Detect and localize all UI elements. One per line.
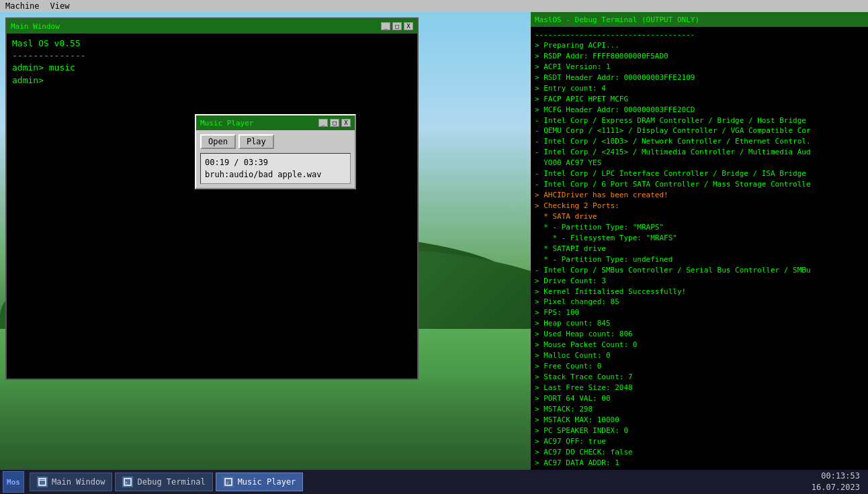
- debug-line-10: - Intel Corp / <2415> / Multimedia Contr…: [535, 147, 864, 158]
- music-player-window: Music Player _ □ X Open Play 00:19 / 03:…: [195, 114, 356, 189]
- debug-terminal-content: ------------------------------------ > P…: [531, 27, 868, 470]
- debug-line-13: - Intel Corp / 6 Port SATA Controller / …: [535, 179, 864, 190]
- debug-line-5: > FACP APIC HPET MCFG: [535, 94, 864, 105]
- debug-line-37: > AC97 OFF: true: [535, 436, 864, 447]
- taskbar-debug-label: Debug Terminal: [137, 477, 205, 487]
- main-minimize-button[interactable]: _: [381, 22, 390, 30]
- clock-date: 16.07.2023: [812, 482, 860, 493]
- main-window-title: Main Window: [11, 22, 60, 31]
- debug-line-32: > Last Free Size: 2048: [535, 383, 864, 393]
- svg-rect-0: [39, 479, 46, 485]
- terminal-prompt: admin>: [12, 75, 412, 87]
- music-minimize-button[interactable]: _: [318, 119, 328, 127]
- debug-line-11: YO00 AC97 YES: [535, 158, 864, 168]
- debug-line-38: > AC97 DO CHECK: false: [535, 447, 864, 458]
- menu-machine[interactable]: Machine: [5, 1, 40, 11]
- svg-text:>_: >_: [125, 480, 130, 485]
- play-button[interactable]: Play: [238, 134, 274, 149]
- debug-line-33: > PORT 64 VAL: 00: [535, 393, 864, 404]
- debug-terminal: MaslOS - Debug Terminal (OUTPUT ONLY) --…: [531, 12, 868, 470]
- music-player-title: Music Player: [200, 119, 253, 128]
- window-icon: [37, 477, 48, 487]
- music-maximize-button[interactable]: □: [330, 119, 339, 127]
- terminal-cmd-music: admin> music: [12, 62, 412, 74]
- clock-time: 00:13:53: [812, 471, 860, 482]
- debug-line-31: > Stack Trace Count: 7: [535, 372, 864, 383]
- main-window: Main Window _ □ X Masl OS v0.55 --------…: [5, 17, 419, 380]
- debug-line-14: > AHCIDriver has been created!: [535, 190, 864, 201]
- debug-line-12: - Intel Corp / LPC Interface Controller …: [535, 168, 864, 179]
- debug-line-39: > AC97 DATA ADDR: 1: [535, 458, 864, 468]
- terminal-icon: >_: [122, 477, 133, 487]
- svg-text:♪: ♪: [226, 480, 229, 485]
- menu-bar: Machine View: [0, 0, 868, 12]
- debug-line-35: > MSTACK MAX: 10000: [535, 415, 864, 426]
- debug-line-26: > Heap count: 845: [535, 318, 864, 329]
- debug-line-28: > Mouse Packet Count: 0: [535, 340, 864, 350]
- debug-terminal-title: MaslOS - Debug Terminal (OUTPUT ONLY): [535, 15, 699, 24]
- music-file-path: bruh:audio/bad apple.wav: [205, 168, 346, 181]
- debug-line-15: > Checking 2 Ports:: [535, 201, 864, 211]
- debug-line-34: > MSTACK: 298: [535, 404, 864, 415]
- debug-line-27: > Used Heap count: 806: [535, 329, 864, 340]
- main-maximize-button[interactable]: □: [392, 22, 402, 30]
- debug-line-36: > PC SPEAKER INDEX: 0: [535, 426, 864, 436]
- taskbar-item-music-player[interactable]: ♪ Music Player: [216, 473, 304, 491]
- music-time-display: 00:19 / 03:39: [205, 156, 346, 168]
- debug-line-25: > FPS: 100: [535, 307, 864, 318]
- main-window-content: Masl OS v0.55 -------------- admin> musi…: [7, 34, 417, 379]
- main-close-button[interactable]: X: [404, 22, 413, 30]
- taskbar-main-window-label: Main Window: [52, 477, 105, 487]
- music-close-button[interactable]: X: [341, 119, 351, 127]
- menu-view[interactable]: View: [50, 1, 70, 11]
- main-window-titlebar: Main Window _ □ X: [7, 19, 417, 34]
- debug-line-16: * SATA drive: [535, 211, 864, 222]
- main-window-controls: _ □ X: [381, 22, 413, 30]
- music-player-info: 00:19 / 03:39 bruh:audio/bad apple.wav: [200, 153, 351, 184]
- debug-line-19: * SATAPI drive: [535, 244, 864, 254]
- os-version-line: Masl OS v0.55: [12, 38, 412, 50]
- taskbar-logo[interactable]: Mos: [3, 471, 24, 493]
- debug-line-9: - Intel Corp / <10D3> / Network Controll…: [535, 136, 864, 147]
- taskbar-item-main-window[interactable]: Main Window: [30, 473, 112, 491]
- debug-line-1: > RSDP Addr: FFFF80000000F5AD0: [535, 51, 864, 62]
- debug-line-23: > Kernel Initialised Successfully!: [535, 287, 864, 297]
- taskbar: Mos Main Window >_ Debug Terminal ♪ Musi…: [0, 470, 868, 494]
- music-icon: ♪: [223, 477, 234, 487]
- taskbar-music-label: Music Player: [238, 477, 296, 487]
- debug-line-0: > Preparing ACPI...: [535, 40, 864, 51]
- taskbar-item-debug-terminal[interactable]: >_ Debug Terminal: [115, 473, 212, 491]
- debug-line-22: > Drive Count: 3: [535, 276, 864, 287]
- desktop: Main Window _ □ X Masl OS v0.55 --------…: [0, 12, 531, 470]
- debug-line-6: > MCFG Header Addr: 000000003FFE20CD: [535, 105, 864, 115]
- debug-line-18: * - Filesystem Type: "MRAFS": [535, 233, 864, 244]
- debug-line-20: * - Partition Type: undefined: [535, 254, 864, 265]
- debug-line-7: - Intel Corp / Express DRAM Controller /…: [535, 115, 864, 126]
- debug-separator: ------------------------------------: [535, 30, 864, 40]
- debug-line-2: > ACPI Version: 1: [535, 62, 864, 72]
- music-player-controls: _ □ X: [318, 119, 351, 127]
- debug-line-8: - QEMU Corp / <1111> / Display Controlle…: [535, 126, 864, 136]
- debug-line-29: > Malloc Count: 0: [535, 350, 864, 361]
- debug-line-3: > RSDT Header Addr: 000000003FFE2109: [535, 72, 864, 83]
- taskbar-clock: 00:13:53 16.07.2023: [812, 471, 865, 493]
- debug-line-4: > Entry count: 4: [535, 83, 864, 94]
- music-player-titlebar: Music Player _ □ X: [196, 115, 355, 130]
- debug-line-21: - Intel Corp / SMBus Controller / Serial…: [535, 265, 864, 276]
- debug-line-24: > Pixel changed: 85: [535, 297, 864, 307]
- debug-line-30: > Free Count: 0: [535, 361, 864, 372]
- music-player-content: Open Play 00:19 / 03:39 bruh:audio/bad a…: [196, 130, 355, 188]
- music-player-buttons: Open Play: [200, 134, 351, 149]
- debug-terminal-titlebar: MaslOS - Debug Terminal (OUTPUT ONLY): [531, 12, 868, 27]
- separator-line: --------------: [12, 50, 412, 62]
- open-button[interactable]: Open: [200, 134, 236, 149]
- debug-line-17: * - Partition Type: "MRAPS": [535, 222, 864, 233]
